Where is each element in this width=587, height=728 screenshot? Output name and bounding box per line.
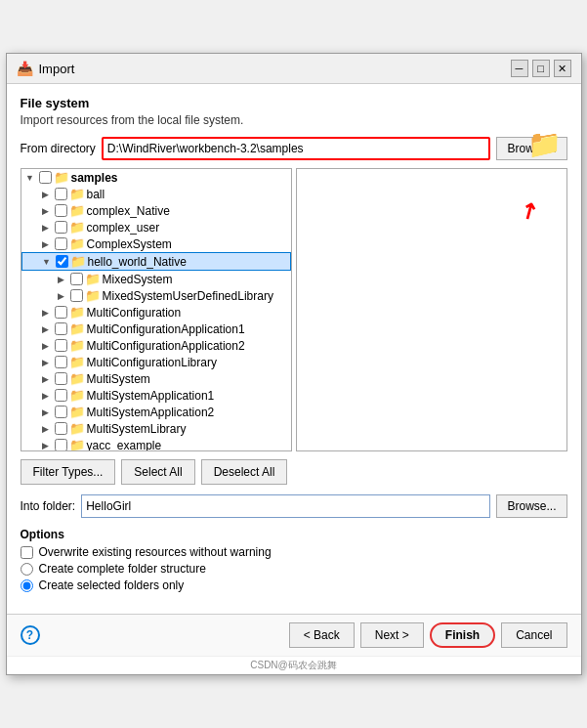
tree-item-multi_config_app1[interactable]: ▶📁MultiConfigurationApplication1 (21, 321, 291, 337)
folder-icon-multi_system_lib: 📁 (69, 421, 85, 436)
tree-toggle-multi_config_lib[interactable]: ▶ (39, 356, 53, 369)
tree-item-multi_config_lib[interactable]: ▶📁MultiConfigurationLibrary (21, 354, 291, 370)
tree-checkbox-hello_world_native[interactable] (56, 255, 68, 268)
tree-item-ball[interactable]: ▶📁ball (21, 186, 291, 202)
folder-icon-multi_system: 📁 (69, 371, 85, 386)
right-panel: ↗ (296, 168, 567, 451)
options-section: Options Overwrite existing resources wit… (21, 528, 567, 592)
tree-toggle-multi_config_app2[interactable]: ▶ (39, 339, 53, 353)
tree-checkbox-complex_system[interactable] (55, 237, 67, 250)
tree-item-multi_system_lib[interactable]: ▶📁MultiSystemLibrary (21, 420, 291, 437)
folder-icon-mixed_system_udl: 📁 (85, 288, 101, 303)
tree-item-yacc_example[interactable]: ▶📁yacc_example (21, 437, 291, 451)
tree-toggle-ball[interactable]: ▶ (39, 188, 53, 201)
tree-checkbox-yacc_example[interactable] (55, 439, 67, 451)
footer-right: < Back Next > Finish Cancel (289, 622, 567, 648)
tree-panel-container: ▼📁samples▶📁ball▶📁complex_Native▶📁complex… (21, 168, 567, 451)
tree-toggle-multi_config[interactable]: ▶ (39, 306, 53, 320)
finish-button[interactable]: Finish (430, 622, 495, 648)
tree-item-complex_system[interactable]: ▶📁ComplexSystem (21, 236, 291, 252)
dialog-footer: ? < Back Next > Finish Cancel (7, 614, 581, 656)
back-button[interactable]: < Back (289, 622, 355, 648)
help-icon[interactable]: ? (21, 625, 40, 645)
tree-toggle-multi_system_lib[interactable]: ▶ (39, 422, 53, 436)
options-title: Options (21, 528, 567, 541)
overwrite-label: Overwrite existing resources without war… (39, 545, 272, 559)
tree-item-complex_native[interactable]: ▶📁complex_Native (21, 202, 291, 219)
tree-toggle-multi_config_app1[interactable]: ▶ (39, 322, 53, 336)
tree-toggle-complex_user[interactable]: ▶ (39, 221, 53, 235)
tree-item-complex_user[interactable]: ▶📁complex_user (21, 219, 291, 236)
folder-icon-complex_native: 📁 (69, 203, 85, 218)
tree-toggle-mixed_system[interactable]: ▶ (55, 273, 68, 286)
tree-item-multi_system_app2[interactable]: ▶📁MultiSystemApplication2 (21, 404, 291, 420)
minimize-button[interactable]: ─ (511, 60, 528, 77)
selected-folders-label: Create selected folders only (39, 578, 185, 592)
from-directory-row: From directory Browse... (21, 137, 567, 160)
folder-icon-complex_user: 📁 (69, 220, 85, 235)
section-subtitle: Import resources from the local file sys… (21, 113, 567, 127)
title-bar-controls: ─ □ ✕ (511, 60, 571, 77)
close-button[interactable]: ✕ (554, 60, 571, 77)
tree-checkbox-mixed_system_udl[interactable] (70, 289, 83, 302)
tree-toggle-mixed_system_udl[interactable]: ▶ (55, 289, 68, 303)
tree-item-multi_system_app1[interactable]: ▶📁MultiSystemApplication1 (21, 387, 291, 404)
next-button[interactable]: Next > (360, 622, 424, 648)
tree-checkbox-multi_system_app2[interactable] (55, 406, 67, 418)
maximize-button[interactable]: □ (532, 60, 550, 77)
cancel-button[interactable]: Cancel (501, 622, 566, 648)
from-directory-label: From directory (21, 142, 96, 155)
into-folder-input[interactable] (81, 494, 490, 518)
tree-checkbox-multi_config_app2[interactable] (55, 339, 67, 352)
tree-label-multi_system_lib: MultiSystemLibrary (87, 422, 187, 436)
annotation-arrow-1: ↗ (514, 195, 542, 227)
tree-item-mixed_system[interactable]: ▶📁MixedSystem (21, 271, 291, 287)
left-tree-panel[interactable]: ▼📁samples▶📁ball▶📁complex_Native▶📁complex… (21, 168, 292, 451)
complete-folder-radio[interactable] (21, 563, 33, 576)
filter-types-button[interactable]: Filter Types... (21, 459, 116, 485)
tree-toggle-multi_system_app2[interactable]: ▶ (39, 406, 53, 419)
tree-toggle-samples[interactable]: ▼ (23, 171, 37, 185)
overwrite-checkbox[interactable] (21, 546, 33, 559)
tree-label-multi_config_app1: MultiConfigurationApplication1 (87, 322, 245, 336)
tree-item-multi_config[interactable]: ▶📁MultiConfiguration (21, 304, 291, 321)
tree-checkbox-complex_user[interactable] (55, 221, 67, 234)
tree-checkbox-multi_system_lib[interactable] (55, 422, 67, 435)
tree-checkbox-complex_native[interactable] (55, 204, 67, 217)
tree-checkbox-multi_system[interactable] (55, 372, 67, 385)
tree-item-multi_system[interactable]: ▶📁MultiSystem (21, 370, 291, 387)
folder-icon-multi_config_app1: 📁 (69, 321, 85, 336)
tree-checkbox-ball[interactable] (55, 188, 67, 200)
tree-item-multi_config_app2[interactable]: ▶📁MultiConfigurationApplication2 (21, 337, 291, 354)
tree-label-complex_user: complex_user (87, 221, 160, 235)
tree-toggle-hello_world_native[interactable]: ▼ (40, 255, 54, 269)
tree-label-mixed_system: MixedSystem (103, 273, 173, 286)
deselect-all-button[interactable]: Deselect All (201, 459, 288, 485)
into-folder-browse-button[interactable]: Browse... (496, 494, 566, 518)
tree-toggle-complex_system[interactable]: ▶ (39, 237, 53, 251)
tree-label-ball: ball (87, 188, 105, 201)
tree-checkbox-multi_config_lib[interactable] (55, 356, 67, 368)
tree-item-samples[interactable]: ▼📁samples (21, 169, 291, 186)
title-bar-left: 📥 Import (17, 61, 75, 76)
into-folder-row: Into folder: Browse... (21, 494, 567, 518)
tree-toggle-yacc_example[interactable]: ▶ (39, 439, 53, 452)
folder-icon-yacc_example: 📁 (69, 438, 85, 451)
tree-toggle-multi_system[interactable]: ▶ (39, 372, 53, 386)
tree-checkbox-multi_config_app1[interactable] (55, 322, 67, 335)
folder-icon-mixed_system: 📁 (85, 272, 101, 286)
tree-checkbox-multi_config[interactable] (55, 306, 67, 319)
tree-checkbox-mixed_system[interactable] (70, 273, 83, 285)
selected-folders-radio[interactable] (21, 579, 33, 592)
tree-item-mixed_system_udl[interactable]: ▶📁MixedSystemUserDefinedLibrary (21, 287, 291, 304)
tree-toggle-complex_native[interactable]: ▶ (39, 204, 53, 218)
tree-checkbox-samples[interactable] (39, 171, 52, 184)
dialog-body: 📁 File system Import resources from the … (7, 84, 581, 614)
from-directory-input[interactable] (102, 137, 491, 160)
select-all-button[interactable]: Select All (121, 459, 194, 485)
tree-label-multi_system: MultiSystem (87, 372, 150, 386)
tree-checkbox-multi_system_app1[interactable] (55, 389, 67, 402)
tree-toggle-multi_system_app1[interactable]: ▶ (39, 389, 53, 403)
watermark: CSDN@码农会跳舞 (7, 656, 581, 674)
tree-item-hello_world_native[interactable]: ▼📁hello_world_Native (21, 252, 291, 271)
